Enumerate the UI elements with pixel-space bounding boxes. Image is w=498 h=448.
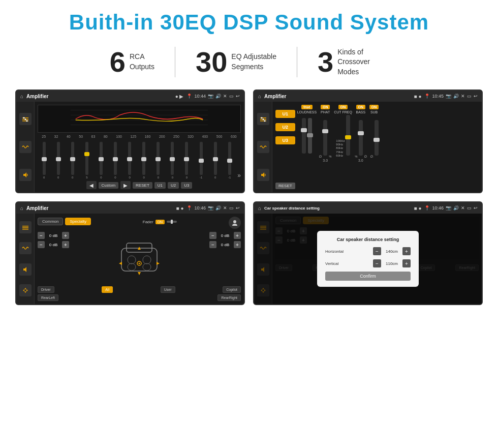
home-icon-2[interactable]: ⌂: [258, 94, 261, 99]
slider-track-8[interactable]: [157, 142, 160, 175]
eq-tune-btn-3[interactable]: [19, 221, 32, 233]
eq-u3-btn[interactable]: U3: [181, 182, 192, 189]
more-btn[interactable]: »: [237, 172, 241, 179]
location-icon-4: 📍: [424, 205, 430, 211]
u2-btn[interactable]: U2: [275, 123, 295, 131]
slider-track-2[interactable]: [71, 142, 74, 175]
slider-track-4[interactable]: [100, 142, 103, 175]
vol-minus-1[interactable]: −: [38, 241, 45, 248]
phat-slider[interactable]: [323, 120, 327, 156]
back-icon-4[interactable]: ↩: [474, 205, 478, 211]
vol-minus-2[interactable]: −: [209, 232, 216, 239]
slider-track-1[interactable]: [57, 142, 60, 175]
arrows-btn-3[interactable]: [19, 284, 32, 296]
eq-tune-btn-2[interactable]: [257, 113, 269, 125]
vertical-plus-btn[interactable]: +: [402, 259, 411, 267]
rearleft-btn[interactable]: RearLeft: [38, 294, 58, 301]
horizontal-minus-btn[interactable]: −: [373, 247, 381, 255]
page-title: Buith-in 30EQ DSP Sound System: [15, 10, 483, 35]
eq-custom-btn[interactable]: Custom: [99, 182, 119, 189]
vol-plus-0[interactable]: +: [62, 232, 69, 239]
screen4-status: 📍 10:46 📷 🔊 ✕ ▭ ↩: [424, 205, 478, 211]
vol-plus-3[interactable]: +: [234, 241, 241, 248]
svg-point-28: [143, 256, 151, 264]
slider-track-6[interactable]: [128, 142, 131, 175]
slider-track-3[interactable]: [85, 142, 88, 175]
screen4-time: 10:46: [432, 205, 444, 211]
amp-reset-btn[interactable]: RESET: [275, 183, 295, 189]
screen4-body: Common Specialty − 0 dB + −: [254, 214, 482, 304]
rearright-btn[interactable]: RearRight: [217, 294, 241, 301]
home-icon-3[interactable]: ⌂: [20, 205, 23, 211]
phat-on: ON: [321, 105, 330, 109]
loudness-slider[interactable]: [302, 118, 306, 154]
freq-250: 250: [173, 135, 179, 138]
eq-tune-btn[interactable]: [19, 113, 32, 125]
eq-u1-btn[interactable]: U1: [154, 182, 166, 189]
eq-slider-4: 0: [95, 142, 107, 179]
stat-rca-number: 6: [110, 48, 126, 76]
back-icon[interactable]: ↩: [236, 94, 240, 99]
sub-slider[interactable]: [375, 120, 379, 156]
vol-plus-2[interactable]: +: [234, 232, 241, 239]
freq-63: 63: [91, 135, 96, 138]
fader-on: ON: [155, 220, 165, 224]
screen1-title: Amplifier: [26, 94, 172, 99]
speaker-btn-3[interactable]: [19, 263, 32, 276]
loudness-slider2[interactable]: [308, 118, 312, 154]
location-icon-3: 📍: [186, 205, 192, 211]
horizontal-controls: − 140cm +: [373, 247, 411, 255]
vertical-minus-btn[interactable]: −: [373, 259, 381, 267]
x-icon-2: ✕: [461, 94, 465, 99]
wave-btn-3[interactable]: [19, 242, 32, 254]
user-icon[interactable]: [229, 217, 241, 229]
eq-slider-2: 0: [66, 142, 79, 179]
vol-minus-3[interactable]: −: [209, 241, 216, 248]
eq-slider-6: 0: [123, 142, 136, 179]
vol-plus-1[interactable]: +: [62, 241, 69, 248]
speaker-btn-2[interactable]: [257, 169, 269, 181]
u3-btn[interactable]: U3: [275, 136, 295, 144]
home-icon-4[interactable]: ⌂: [258, 205, 261, 211]
driver-btn[interactable]: Driver: [38, 286, 54, 293]
user-btn[interactable]: User: [161, 286, 175, 293]
eq-slider-10: 0: [180, 142, 193, 179]
tab-specialty[interactable]: Specialty: [65, 218, 90, 225]
tab-common[interactable]: Common: [38, 218, 63, 225]
cutfreq-slider[interactable]: [346, 115, 350, 156]
eq-u2-btn[interactable]: U2: [168, 182, 179, 189]
slider-track-13[interactable]: [228, 142, 231, 175]
eq-reset-btn[interactable]: RESET: [133, 182, 152, 189]
slider-track-9[interactable]: [171, 142, 174, 175]
slider-track-5[interactable]: [114, 142, 117, 175]
screen2-status: 📍 10:45 📷 🔊 ✕ ▭ ↩: [424, 94, 478, 99]
location-icon-2: 📍: [424, 94, 430, 99]
back-icon-2[interactable]: ↩: [474, 94, 478, 99]
slider-track-12[interactable]: [214, 142, 217, 175]
eq-prev-btn[interactable]: ◀: [86, 181, 97, 189]
spec-body: − 0 dB + − 0 dB +: [38, 232, 241, 284]
speaker-btn[interactable]: [19, 169, 32, 181]
svg-rect-20: [22, 229, 28, 230]
eq-sliders: 0 0 0 5: [38, 140, 241, 179]
slider-track-10[interactable]: [185, 142, 188, 175]
confirm-button[interactable]: Confirm: [325, 272, 411, 281]
slider-track-11[interactable]: [200, 142, 203, 175]
all-btn[interactable]: All: [102, 286, 113, 293]
wave-btn[interactable]: [19, 141, 32, 153]
eq-next-btn[interactable]: ▶: [120, 181, 131, 189]
wave-btn-2[interactable]: [257, 141, 269, 153]
slider-track-7[interactable]: [142, 142, 145, 175]
horizontal-plus-btn[interactable]: +: [402, 247, 411, 255]
svg-marker-35: [119, 262, 122, 265]
vertical-value: 110cm: [383, 261, 401, 266]
bass-slider[interactable]: [359, 120, 363, 156]
home-icon[interactable]: ⌂: [20, 94, 23, 99]
slider-track-0[interactable]: [43, 142, 46, 175]
u1-btn[interactable]: U1: [275, 110, 295, 118]
vol-minus-0[interactable]: −: [38, 232, 45, 239]
vertical-controls: − 110cm +: [373, 259, 411, 267]
copilot-btn[interactable]: Copilot: [223, 286, 241, 293]
back-icon-3[interactable]: ↩: [236, 205, 240, 211]
eq-slider-3: 5: [80, 142, 93, 179]
